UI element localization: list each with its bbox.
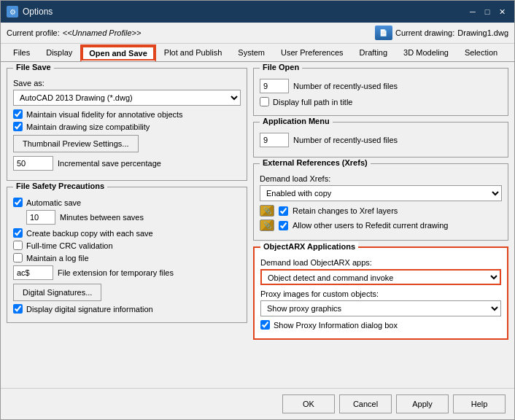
xref-allow-icon: 📎 — [260, 219, 274, 231]
tab-plot-publish[interactable]: Plot and Publish — [156, 44, 231, 62]
xrefs-group: External References (Xrefs) Demand load … — [253, 163, 508, 241]
show-proxy-label: Show Proxy Information dialog box — [274, 321, 398, 330]
app-menu-recent-input[interactable] — [260, 133, 289, 147]
ok-button[interactable]: OK — [282, 394, 335, 413]
file-safety-group: File Safety Precautions Automatic save M… — [7, 187, 247, 323]
right-panel: File Open Number of recently-used files … — [253, 68, 508, 382]
retain-label: Retain changes to Xref layers — [293, 206, 398, 215]
allow-refedit-label: Allow other users to Refedit current dra… — [293, 221, 448, 230]
cancel-button[interactable]: Cancel — [339, 394, 392, 413]
minutes-input[interactable] — [26, 210, 55, 225]
crc-label: Full-time CRC validation — [26, 241, 113, 250]
drawing-size-checkbox[interactable] — [13, 122, 23, 131]
current-profile-value: <<Unnamed Profile>> — [63, 28, 142, 37]
xref-retain-icon: 📎 — [260, 205, 274, 217]
app-menu-title: Application Menu — [260, 117, 333, 125]
tabs-bar: Files Display Open and Save Plot and Pub… — [1, 44, 514, 62]
file-open-recent-label: Number of recently-used files — [293, 82, 398, 90]
thumbnail-preview-button[interactable]: Thumbnail Preview Settings... — [13, 135, 139, 152]
app-menu-group: Application Menu Number of recently-used… — [253, 122, 508, 158]
apply-button[interactable]: Apply — [396, 394, 449, 413]
tab-selection[interactable]: Selection — [457, 44, 506, 62]
proxy-images-dropdown[interactable]: Show proxy graphics — [260, 300, 501, 316]
app-icon: ⚙ — [7, 6, 18, 18]
visual-fidelity-label: Maintain visual fidelity for annotative … — [26, 110, 183, 119]
full-path-label: Display full path in title — [273, 98, 352, 106]
window-title: Options — [23, 7, 53, 17]
display-sig-label: Display digital signature information — [26, 305, 153, 314]
show-proxy-checkbox[interactable] — [260, 320, 270, 330]
full-path-checkbox[interactable] — [260, 97, 269, 106]
tab-3d-modeling[interactable]: 3D Modeling — [395, 44, 457, 62]
log-label: Maintain a log file — [26, 254, 89, 262]
xrefs-title: External References (Xrefs) — [260, 158, 371, 167]
save-as-label: Save as: — [13, 79, 241, 88]
backup-label: Create backup copy with each save — [26, 229, 153, 238]
retain-checkbox[interactable] — [279, 206, 288, 216]
display-sig-checkbox[interactable] — [13, 304, 23, 314]
current-drawing-label: Current drawing: — [395, 28, 454, 37]
minutes-label: Minutes between saves — [60, 213, 144, 222]
backup-checkbox[interactable] — [13, 228, 23, 238]
log-checkbox[interactable] — [13, 253, 23, 262]
profile-bar: Current profile: <<Unnamed Profile>> 📄 C… — [1, 23, 514, 44]
bottom-bar: OK Cancel Apply Help — [1, 388, 514, 419]
close-button[interactable]: ✕ — [495, 5, 508, 18]
digital-signatures-button[interactable]: Digital Signatures... — [13, 284, 101, 301]
demand-arxobj-label: Demand load ObjectARX apps: — [260, 258, 501, 267]
current-drawing-value: Drawing1.dwg — [457, 28, 508, 37]
tab-files[interactable]: Files — [5, 44, 38, 62]
file-open-recent-input[interactable] — [260, 79, 289, 93]
file-save-group: File Save Save as: AutoCAD 2013 Drawing … — [7, 68, 247, 181]
proxy-images-label: Proxy images for custom objects: — [260, 289, 501, 298]
tab-open-save[interactable]: Open and Save — [80, 44, 155, 62]
demand-xref-dropdown[interactable]: Enabled with copy — [260, 185, 502, 201]
demand-arx-dropdown[interactable]: Object detect and command invoke — [260, 269, 501, 285]
save-as-dropdown[interactable]: AutoCAD 2013 Drawing (*.dwg) — [13, 90, 241, 106]
objectarx-group: ObjectARX Applications Demand load Objec… — [253, 246, 508, 340]
visual-fidelity-checkbox[interactable] — [13, 109, 23, 119]
window-controls: ─ □ ✕ — [466, 5, 508, 18]
help-button[interactable]: Help — [453, 394, 506, 413]
file-open-group: File Open Number of recently-used files … — [253, 68, 508, 116]
app-menu-recent-label: Number of recently-used files — [293, 136, 398, 144]
file-extension-label: File extension for temporary files — [58, 268, 174, 277]
profile-right: 📄 Current drawing: Drawing1.dwg — [375, 26, 508, 40]
demand-xref-label: Demand load Xrefs: — [260, 174, 502, 183]
tab-user-prefs[interactable]: User Preferences — [273, 44, 352, 62]
objectarx-title: ObjectARX Applications — [260, 242, 358, 251]
current-profile-label: Current profile: — [7, 28, 60, 37]
auto-save-checkbox[interactable] — [13, 198, 23, 207]
tab-drafting[interactable]: Drafting — [352, 44, 396, 62]
title-bar-left: ⚙ Options — [7, 6, 53, 18]
file-open-title: File Open — [260, 63, 302, 71]
file-save-title: File Save — [13, 63, 54, 71]
main-content: File Save Save as: AutoCAD 2013 Drawing … — [1, 62, 514, 388]
incremental-save-input[interactable] — [13, 156, 53, 171]
tab-system[interactable]: System — [230, 44, 273, 62]
title-bar: ⚙ Options ─ □ ✕ — [1, 1, 514, 23]
minimize-button[interactable]: ─ — [466, 5, 479, 18]
allow-refedit-checkbox[interactable] — [279, 221, 288, 230]
auto-save-label: Automatic save — [26, 198, 81, 207]
maximize-button[interactable]: □ — [481, 5, 494, 18]
file-safety-title: File Safety Precautions — [13, 182, 107, 190]
incremental-save-label: Incremental save percentage — [58, 159, 161, 168]
drawing-icon: 📄 — [375, 26, 392, 40]
crc-checkbox[interactable] — [13, 241, 23, 250]
options-window: ⚙ Options ─ □ ✕ Current profile: <<Unnam… — [0, 0, 515, 420]
left-panel: File Save Save as: AutoCAD 2013 Drawing … — [7, 68, 247, 382]
tab-display[interactable]: Display — [38, 44, 80, 62]
drawing-size-label: Maintain drawing size compatibility — [26, 122, 150, 131]
tab-profiles[interactable]: Profiles — [506, 44, 514, 62]
file-extension-input[interactable] — [13, 265, 53, 280]
profile-left: Current profile: <<Unnamed Profile>> — [7, 28, 141, 37]
